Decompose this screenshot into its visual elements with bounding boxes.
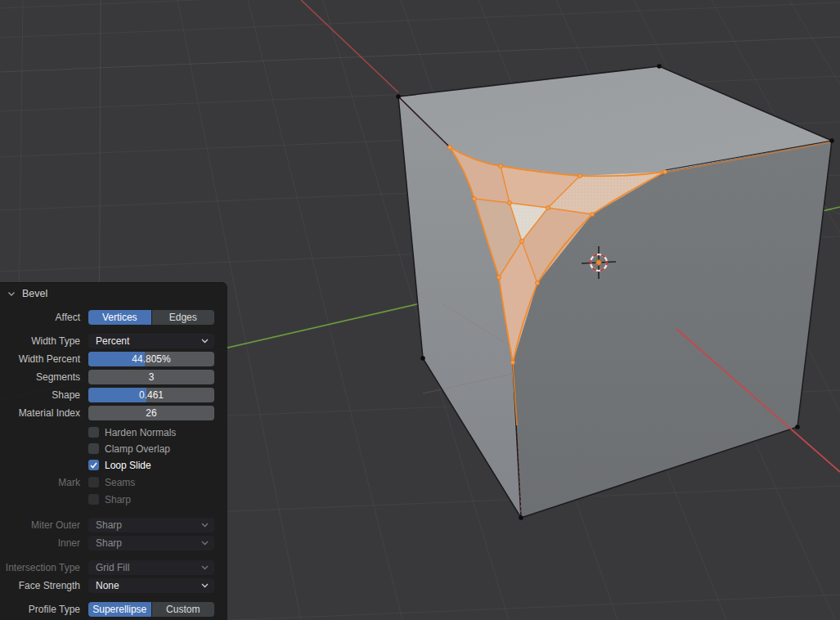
panel-title: Bevel bbox=[22, 289, 47, 299]
clamp-overlap-row: Clamp Overlap bbox=[0, 443, 227, 455]
miter-outer-dropdown[interactable]: Sharp bbox=[88, 518, 214, 532]
chevron-down-icon bbox=[201, 565, 209, 570]
width-percent-slider[interactable]: 44.805% bbox=[88, 352, 214, 366]
panel-header[interactable]: Bevel bbox=[0, 288, 227, 299]
harden-normals-label: Harden Normals bbox=[105, 428, 176, 438]
miter-inner-label: Inner bbox=[0, 538, 88, 548]
loop-slide-row: Loop Slide bbox=[0, 459, 227, 471]
mark-seams-row: Mark Seams bbox=[0, 476, 227, 488]
material-index-label: Material Index bbox=[0, 408, 88, 418]
width-type-dropdown[interactable]: Percent bbox=[88, 334, 214, 348]
profile-superellipse-button[interactable]: Superellipse bbox=[88, 602, 151, 617]
affect-label: Affect bbox=[0, 312, 88, 322]
material-index-row: Material Index 26 bbox=[0, 406, 227, 420]
face-strength-dropdown[interactable]: None bbox=[88, 578, 214, 593]
harden-normals-checkbox[interactable] bbox=[88, 427, 99, 438]
profile-type-row: Profile Type Superellipse Custom bbox=[0, 602, 227, 617]
intersection-type-label: Intersection Type bbox=[0, 563, 88, 573]
harden-normals-row: Harden Normals bbox=[0, 426, 227, 438]
face-strength-row: Face Strength None bbox=[0, 578, 227, 593]
loop-slide-label: Loop Slide bbox=[105, 461, 151, 470]
blender-3d-viewport: Bevel Affect Vertices Edges Width Type P… bbox=[0, 0, 840, 620]
chevron-down-icon bbox=[201, 541, 209, 546]
miter-inner-row: Inner Sharp bbox=[0, 536, 227, 550]
intersection-type-row: Intersection Type Grid Fill bbox=[0, 560, 227, 575]
segments-slider[interactable]: 3 bbox=[88, 370, 214, 384]
affect-vertices-button[interactable]: Vertices bbox=[88, 310, 151, 325]
chevron-down-icon bbox=[201, 523, 209, 528]
profile-custom-button[interactable]: Custom bbox=[152, 602, 215, 617]
mark-sharp-row: Sharp bbox=[0, 493, 227, 505]
miter-outer-row: Miter Outer Sharp bbox=[0, 518, 227, 532]
miter-inner-dropdown[interactable]: Sharp bbox=[88, 536, 214, 550]
width-percent-row: Width Percent 44.805% bbox=[0, 352, 227, 366]
affect-edges-button[interactable]: Edges bbox=[152, 310, 215, 325]
seams-checkbox[interactable] bbox=[88, 477, 99, 487]
bevel-operator-panel[interactable]: Bevel Affect Vertices Edges Width Type P… bbox=[0, 282, 227, 620]
material-index-field[interactable]: 26 bbox=[88, 406, 214, 420]
shape-label: Shape bbox=[0, 390, 88, 400]
width-type-row: Width Type Percent bbox=[0, 334, 227, 348]
clamp-overlap-label: Clamp Overlap bbox=[105, 444, 170, 454]
affect-row: Affect Vertices Edges bbox=[0, 310, 227, 325]
loop-slide-checkbox[interactable] bbox=[88, 460, 99, 470]
object-origin-dot bbox=[596, 260, 602, 266]
sharp-label: Sharp bbox=[105, 495, 131, 505]
chevron-down-icon bbox=[201, 339, 209, 344]
segments-row: Segments 3 bbox=[0, 370, 227, 384]
shape-row: Shape 0.461 bbox=[0, 388, 227, 402]
sharp-checkbox[interactable] bbox=[88, 494, 99, 505]
seams-label: Seams bbox=[105, 478, 135, 487]
intersection-type-dropdown[interactable]: Grid Fill bbox=[88, 560, 214, 575]
face-strength-label: Face Strength bbox=[0, 581, 88, 591]
miter-outer-label: Miter Outer bbox=[0, 520, 88, 530]
profile-type-label: Profile Type bbox=[0, 604, 88, 614]
clamp-overlap-checkbox[interactable] bbox=[88, 443, 99, 454]
shape-slider[interactable]: 0.461 bbox=[88, 388, 214, 402]
mark-label: Mark bbox=[0, 478, 88, 487]
collapse-chevron-icon[interactable] bbox=[7, 291, 19, 297]
width-type-label: Width Type bbox=[0, 336, 88, 346]
width-percent-label: Width Percent bbox=[0, 354, 88, 364]
chevron-down-icon bbox=[201, 583, 209, 588]
segments-label: Segments bbox=[0, 372, 88, 382]
